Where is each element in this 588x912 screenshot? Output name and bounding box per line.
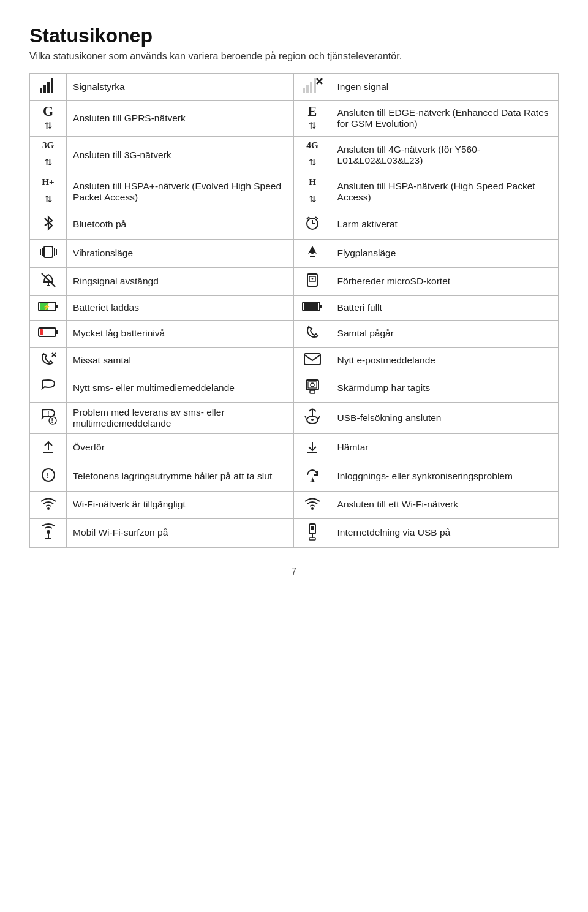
left-label-6: Ringsignal avstängd: [67, 267, 294, 295]
svg-rect-37: [40, 329, 43, 335]
right-label-2: Ansluten till 4G-nätverk (för Y560-L01&L…: [331, 137, 558, 173]
table-row: Nytt sms- eller multimediemeddelande Skä…: [30, 374, 559, 402]
right-label-11: USB-felsökning ansluten: [331, 402, 558, 433]
right-icon-sync-error: [294, 462, 331, 491]
left-icon-signal-bars: [30, 74, 67, 101]
svg-text:!: !: [47, 409, 50, 417]
svg-point-64: [47, 507, 50, 510]
right-icon-alarm: [294, 210, 331, 239]
svg-rect-5: [306, 85, 309, 93]
right-label-5: Flygplansläge: [331, 239, 558, 267]
svg-rect-4: [303, 88, 305, 93]
left-icon-sms-error: !!: [30, 402, 67, 433]
right-label-13: Inloggnings- eller synkroniseringsproble…: [331, 462, 558, 491]
left-label-5: Vibrationsläge: [67, 239, 294, 267]
right-label-8: Samtal pågår: [331, 320, 558, 347]
table-row: Vibrationsläge Flygplansläge: [30, 239, 559, 267]
left-icon-hplus: H+⇅: [30, 173, 67, 210]
svg-point-66: [47, 530, 50, 534]
svg-text:⚡: ⚡: [43, 303, 51, 311]
page-number: 7: [29, 566, 559, 577]
right-label-14: Ansluten till ett Wi-Fi-nätverk: [331, 491, 558, 518]
svg-marker-61: [310, 477, 315, 482]
right-icon-wifi-connected: [294, 491, 331, 518]
table-row: Missat samtal Nytt e-postmeddelande: [30, 347, 559, 374]
right-icon-edge: E⇅: [294, 101, 331, 137]
right-icon-email: [294, 347, 331, 374]
svg-rect-0: [40, 88, 42, 93]
left-icon-wifi-available: [30, 491, 67, 518]
svg-rect-3: [51, 78, 53, 93]
svg-rect-36: [56, 330, 58, 334]
svg-rect-29: [56, 305, 58, 308]
right-icon-screenshot: [294, 374, 331, 402]
left-label-7: Batteriet laddas: [67, 295, 294, 320]
left-icon-storage-low: !: [30, 462, 67, 491]
status-icons-table: Signalstyrka Ingen signal G⇅ Ansluten ti…: [29, 73, 559, 548]
svg-line-54: [318, 416, 320, 420]
left-icon-3g: 3G⇅: [30, 137, 67, 173]
svg-rect-1: [43, 85, 46, 93]
left-label-4: Bluetooth på: [67, 210, 294, 239]
svg-rect-20: [310, 256, 315, 257]
right-label-6: Förbereder microSD-kortet: [331, 267, 558, 295]
table-row: !! Problem med leverans av sms- eller mu…: [30, 402, 559, 433]
left-label-12: Överför: [67, 433, 294, 462]
svg-point-59: [42, 469, 55, 481]
page-title: Statusikonер: [29, 25, 559, 47]
svg-rect-6: [310, 82, 312, 93]
svg-point-43: [311, 383, 314, 387]
right-icon-signal-bars-x: [294, 74, 331, 101]
svg-rect-72: [311, 526, 314, 530]
left-label-14: Wi-Fi-nätverk är tillgängligt: [67, 491, 294, 518]
left-icon-bluetooth: [30, 210, 67, 239]
left-label-11: Problem med leverans av sms- eller multi…: [67, 402, 294, 433]
right-icon-4g: 4G⇅: [294, 137, 331, 173]
table-row: H+⇅ Ansluten till HSPA+-nätverk (Evolved…: [30, 173, 559, 210]
right-icon-h: H⇅: [294, 173, 331, 210]
svg-rect-21: [311, 250, 314, 254]
svg-line-14: [315, 217, 318, 219]
table-row: Signalstyrka Ingen signal: [30, 74, 559, 101]
right-label-1: Ansluten till EDGE-nätverk (Enhanced Dat…: [331, 101, 558, 137]
right-icon-battery-full: [294, 295, 331, 320]
svg-rect-44: [310, 390, 315, 393]
svg-point-63: [311, 481, 312, 482]
left-label-2: Ansluten till 3G-nätverk: [67, 137, 294, 173]
left-icon-missed-call: [30, 347, 67, 374]
right-label-0: Ingen signal: [331, 74, 558, 101]
left-icon-upload: [30, 433, 67, 462]
left-label-9: Missat samtal: [67, 347, 294, 374]
left-label-15: Mobil Wi-Fi-surfzon på: [67, 518, 294, 547]
svg-rect-34: [304, 303, 318, 310]
table-row: 3G⇅ Ansluten till 3G-nätverk 4G⇅ Anslute…: [30, 137, 559, 173]
left-label-1: Ansluten till GPRS-nätverk: [67, 101, 294, 137]
left-label-3: Ansluten till HSPA+-nätverk (Evolved Hig…: [67, 173, 294, 210]
page-subtitle: Vilka statusikonеr som används kan varie…: [29, 51, 559, 62]
right-label-15: Internetdelning via USB på: [331, 518, 558, 547]
right-icon-usb-debug: [294, 402, 331, 433]
left-label-10: Nytt sms- eller multimediemeddelande: [67, 374, 294, 402]
right-icon-download: [294, 433, 331, 462]
right-label-7: Batteri fullt: [331, 295, 558, 320]
svg-rect-71: [309, 538, 315, 540]
right-label-10: Skärmdump har tagits: [331, 374, 558, 402]
right-icon-usb-tethering: [294, 518, 331, 547]
left-icon-wifi-hotspot: [30, 518, 67, 547]
right-label-12: Hämtar: [331, 433, 558, 462]
table-row: Överför Hämtar: [30, 433, 559, 462]
left-icon-gprs: G⇅: [30, 101, 67, 137]
svg-rect-15: [44, 246, 53, 257]
table-row: G⇅ Ansluten till GPRS-nätverk E⇅ Anslute…: [30, 101, 559, 137]
right-icon-call: [294, 320, 331, 347]
svg-line-53: [305, 416, 307, 420]
left-label-0: Signalstyrka: [67, 74, 294, 101]
left-icon-sms: [30, 374, 67, 402]
table-row: ! Telefonens lagringsutrymme håller på a…: [30, 462, 559, 491]
table-row: Mobil Wi-Fi-surfzon på Internetdelning v…: [30, 518, 559, 547]
svg-rect-40: [304, 354, 320, 365]
table-row: ⚡ Batteriet laddas Batteri fullt: [30, 295, 559, 320]
svg-point-65: [311, 507, 314, 510]
svg-rect-7: [314, 78, 316, 93]
right-icon-sdcard: [294, 267, 331, 295]
